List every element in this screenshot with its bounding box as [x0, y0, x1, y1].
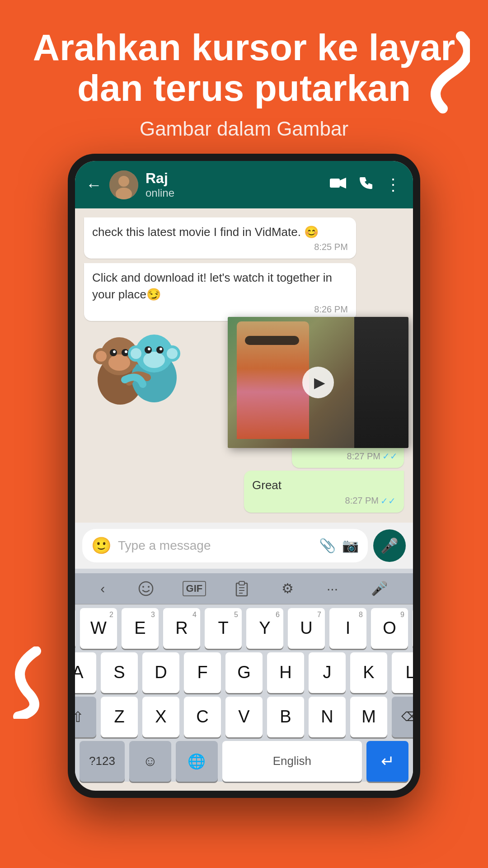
attachment-button[interactable]: 📎	[319, 538, 336, 553]
back-button[interactable]: ←	[86, 175, 102, 194]
phone-screen: ← Raj online	[75, 161, 413, 791]
svg-point-1	[118, 176, 129, 187]
keyboard-emoticon-button[interactable]	[133, 579, 159, 599]
video-background: ▶	[228, 317, 408, 448]
key-r[interactable]: 4R	[163, 608, 200, 649]
key-j[interactable]: J	[309, 652, 346, 693]
contact-name: Raj	[145, 170, 323, 187]
video-play-button[interactable]: ▶	[302, 367, 334, 398]
key-e[interactable]: 3E	[122, 608, 159, 649]
svg-point-11	[113, 350, 116, 353]
keyboard-row-1: 1Q 2W 3E 4R 5T 6Y 7U 8I 9O 0P	[80, 608, 408, 649]
svg-rect-32	[239, 581, 244, 585]
key-s[interactable]: S	[101, 652, 138, 693]
message-2: Click and download it! let's watch it to…	[84, 263, 356, 321]
contact-status: online	[145, 187, 323, 199]
keyboard-row-2: A S D F G H J K L	[80, 652, 408, 693]
svg-point-29	[142, 586, 144, 588]
header-title: Arahkan kursor ke layar dan terus putark…	[27, 27, 461, 108]
key-v[interactable]: V	[225, 697, 263, 737]
backspace-key[interactable]: ⌫	[392, 697, 413, 737]
title-line2: dan terus putarkan	[77, 67, 411, 108]
svg-point-8	[108, 354, 130, 371]
keyboard-more-button[interactable]: ···	[322, 579, 343, 598]
phone-frame: ← Raj online	[68, 154, 420, 798]
keyboard-back-button[interactable]: ‹	[96, 579, 109, 598]
key-l[interactable]: L	[392, 652, 413, 693]
contact-info: Raj online	[145, 170, 323, 199]
key-d[interactable]: D	[142, 652, 179, 693]
chat-header: ← Raj online	[75, 161, 413, 208]
key-a[interactable]: A	[75, 652, 96, 693]
avatar	[109, 170, 138, 199]
key-f[interactable]: F	[184, 652, 221, 693]
shift-key[interactable]: ⇧	[75, 697, 96, 737]
emoji-key[interactable]: ☺	[129, 741, 171, 782]
svg-rect-3	[330, 179, 340, 188]
key-o[interactable]: 9O	[371, 608, 408, 649]
keyboard: ‹ GIF ⚙ ··· 🎤 1Q 2W 3E	[75, 569, 413, 782]
key-t[interactable]: 5T	[205, 608, 242, 649]
enter-key[interactable]: ↵	[366, 741, 408, 782]
numbers-key[interactable]: ?123	[80, 741, 125, 782]
key-n[interactable]: N	[309, 697, 346, 737]
header-section: Arahkan kursor ke layar dan terus putark…	[0, 0, 488, 154]
key-i[interactable]: 8I	[329, 608, 366, 649]
message-1-text: check this latest movie I find in VidMat…	[92, 224, 348, 240]
keyboard-row-3: ⇧ Z X C V B N M ⌫	[80, 697, 408, 737]
key-c[interactable]: C	[184, 697, 221, 737]
svg-point-30	[148, 586, 150, 588]
svg-point-18	[143, 352, 165, 368]
key-g[interactable]: G	[225, 652, 263, 693]
svg-point-21	[148, 348, 150, 350]
svg-marker-4	[340, 178, 346, 189]
key-p[interactable]: 0P	[413, 608, 413, 649]
message-2-text: Click and download it! let's watch it to…	[92, 269, 348, 302]
globe-key[interactable]: 🌐	[176, 741, 218, 782]
svg-rect-27	[138, 580, 154, 597]
video-call-icon[interactable]	[330, 177, 346, 193]
key-w[interactable]: 2W	[80, 608, 117, 649]
keyboard-toolbar: ‹ GIF ⚙ ··· 🎤	[75, 573, 413, 604]
svg-point-28	[139, 582, 153, 595]
message-input-area: 🙂 Type a message 📎 📷 🎤	[75, 523, 413, 569]
key-k[interactable]: K	[350, 652, 387, 693]
key-b[interactable]: B	[267, 697, 304, 737]
key-z[interactable]: Z	[101, 697, 138, 737]
keyboard-clipboard-button[interactable]	[230, 579, 253, 599]
header-subtitle: Gambar dalam Gambar	[27, 118, 461, 140]
title-line1: Arahkan kursor ke layar	[33, 27, 455, 68]
svg-point-12	[125, 350, 127, 353]
phone-icon[interactable]	[359, 176, 372, 193]
emoji-button[interactable]: 🙂	[91, 536, 112, 555]
message-2-time: 8:26 PM	[92, 304, 348, 315]
double-tick-icon-2: ✓✓	[380, 495, 396, 506]
message-1: check this latest movie I find in VidMat…	[84, 217, 356, 259]
space-key[interactable]: English	[222, 741, 362, 782]
svg-point-22	[160, 348, 162, 350]
keyboard-settings-button[interactable]: ⚙	[277, 579, 298, 598]
pip-video-overlay[interactable]: ▶	[228, 317, 408, 448]
keyboard-microphone-button[interactable]: 🎤	[366, 579, 392, 598]
key-m[interactable]: M	[350, 697, 387, 737]
key-u[interactable]: 7U	[288, 608, 325, 649]
sent-great-time: 8:27 PM ✓✓	[252, 495, 396, 506]
message-sent-great: Great 8:27 PM ✓✓	[244, 471, 404, 512]
keyboard-gif-button[interactable]: GIF	[183, 581, 206, 596]
svg-point-14	[96, 351, 107, 362]
camera-button[interactable]: 📷	[342, 538, 359, 553]
sent-great-text: Great	[252, 477, 396, 493]
mic-button[interactable]: 🎤	[373, 529, 406, 562]
key-h[interactable]: H	[267, 652, 304, 693]
more-options-icon[interactable]: ⋮	[385, 175, 402, 194]
chat-header-icons: ⋮	[330, 175, 402, 194]
message-input-box[interactable]: 🙂 Type a message 📎 📷	[82, 529, 368, 562]
key-x[interactable]: X	[142, 697, 179, 737]
svg-point-24	[131, 348, 141, 359]
double-tick-icon: ✓✓	[382, 451, 398, 462]
message-input[interactable]: Type a message	[118, 538, 313, 553]
key-q[interactable]: 1Q	[75, 608, 75, 649]
key-y[interactable]: 6Y	[246, 608, 283, 649]
sticker-image	[84, 326, 183, 407]
chat-messages: check this latest movie I find in VidMat…	[75, 208, 413, 523]
